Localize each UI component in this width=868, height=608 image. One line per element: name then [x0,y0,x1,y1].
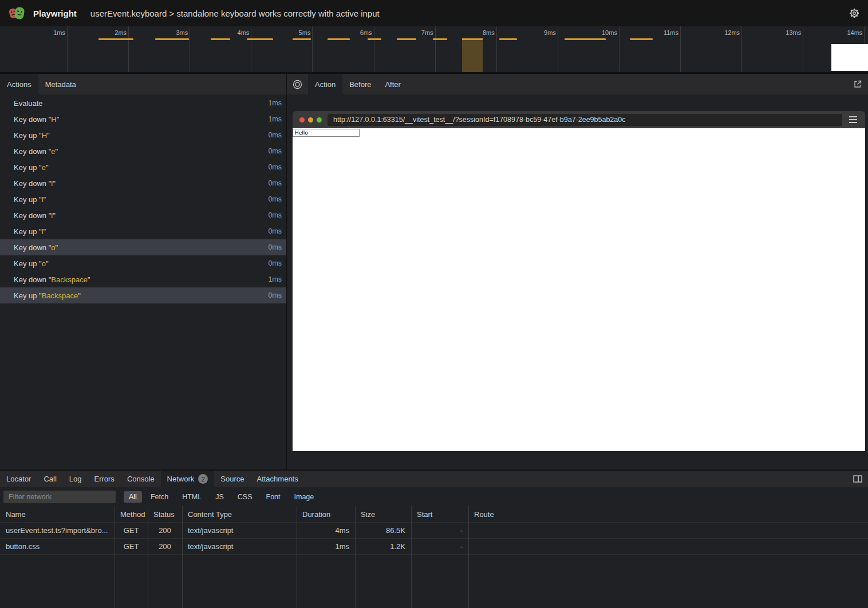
cell-content_type: text/javascript [182,526,297,535]
column-separator[interactable] [182,506,183,608]
page-text-input[interactable] [293,129,360,137]
filter-chip-js[interactable]: JS [210,491,229,503]
action-title: Key up "Backspace" [14,291,81,300]
action-row[interactable]: Key up "H"0ms [0,127,286,143]
timeline-gridline [619,26,620,72]
action-duration: 0ms [268,291,282,299]
tab-metadata[interactable]: Metadata [38,74,83,94]
filter-chip-image[interactable]: Image [289,491,319,503]
tab-source[interactable]: Source [214,471,250,487]
settings-gear-icon[interactable] [849,7,860,19]
filter-chip-font[interactable]: Font [261,491,286,503]
tab-call[interactable]: Call [37,471,62,487]
snapshot-tabstrip: ActionBeforeAfter [287,74,868,94]
tab-after[interactable]: After [378,74,407,94]
column-header-route[interactable]: Route [468,510,868,519]
snapshot-browser-window: http://127.0.0.1:63315/__vitest_test__/?… [293,111,865,451]
column-header-method[interactable]: Method [115,510,148,519]
tab-locator[interactable]: Locator [0,471,37,487]
column-header-name[interactable]: Name [0,510,115,519]
action-duration: 1ms [268,115,282,123]
cell-name: button.css [0,542,115,551]
snapshot-area: http://127.0.0.1:63315/__vitest_test__/?… [287,94,868,469]
action-row[interactable]: Key up "Backspace"0ms [0,287,286,303]
action-row[interactable]: Key up "l"0ms [0,223,286,239]
timeline-selected-range [462,38,483,72]
action-title: Key down "o" [14,243,58,252]
action-row[interactable]: Key up "l"0ms [0,191,286,207]
details-panel: LocatorCallLogErrorsConsoleNetwork2Sourc… [0,471,868,608]
pick-locator-target-icon[interactable] [287,74,308,94]
action-row[interactable]: Key down "l"0ms [0,175,286,191]
column-separator[interactable] [411,506,412,608]
tab-errors[interactable]: Errors [88,471,120,487]
timeline-action-bar [293,38,311,40]
tab-attachments[interactable]: Attachments [250,471,304,487]
action-label: Key up [14,131,37,140]
timeline-action-bar [328,38,350,40]
timeline-scrubber[interactable]: 1ms2ms3ms4ms5ms6ms7ms8ms9ms10ms11ms12ms1… [0,26,868,74]
column-separator[interactable] [297,506,297,608]
action-label: Key up [14,291,37,300]
timeline-tick-label: 6ms [338,29,372,36]
action-duration: 0ms [268,211,282,219]
filter-chip-css[interactable]: CSS [232,491,258,503]
actions-tabstrip: ActionsMetadata [0,74,286,94]
traffic-light-red-icon [299,117,305,123]
timeline-tick-label: 8ms [460,29,495,36]
action-quote: " [88,275,90,284]
timeline-tick-label: 7ms [399,29,433,36]
action-duration: 0ms [268,163,282,171]
tab-console[interactable]: Console [121,471,161,487]
action-row[interactable]: Key up "e"0ms [0,159,286,175]
action-quote: " [37,227,41,236]
address-bar[interactable]: http://127.0.0.1:63315/__vitest_test__/?… [328,114,842,126]
cell-status: 200 [148,526,182,535]
network-request-row[interactable]: userEvent.test.ts?import&bro...GET200tex… [0,523,868,539]
column-separator[interactable] [148,506,148,608]
timeline-gridline [128,26,129,72]
filter-chip-fetch[interactable]: Fetch [145,491,173,503]
column-header-content-type[interactable]: Content Type [182,510,297,519]
toggle-split-view-icon[interactable] [847,471,868,487]
tab-action[interactable]: Action [308,74,342,94]
network-filter-input[interactable] [3,491,116,503]
actions-list: Evaluate1msKey down "H"1msKey up "H"0msK… [0,94,286,469]
browser-menu-hamburger-icon[interactable] [848,114,858,125]
action-row[interactable]: Key down "H"1ms [0,111,286,127]
column-separator[interactable] [115,506,115,608]
tab-before[interactable]: Before [342,74,378,94]
action-row[interactable]: Key down "Backspace"1ms [0,271,286,287]
column-header-size[interactable]: Size [355,510,411,519]
filter-chip-all[interactable]: All [124,491,142,503]
action-duration: 0ms [268,259,282,267]
tab-actions[interactable]: Actions [0,74,38,94]
traffic-light-green-icon [317,117,322,123]
column-separator[interactable] [468,506,469,608]
timeline-action-bar [155,38,189,40]
filter-chip-html[interactable]: HTML [177,491,207,503]
action-title: Key down "H" [14,115,59,124]
cell-duration: 4ms [297,526,355,535]
action-row[interactable]: Evaluate1ms [0,95,286,111]
tab-network[interactable]: Network2 [161,471,215,487]
column-header-start[interactable]: Start [411,510,468,519]
action-quote: " [37,291,41,300]
timeline-gridline [741,26,742,72]
action-row[interactable]: Key up "o"0ms [0,255,286,271]
timeline-preview-thumbnail [831,44,868,71]
action-row[interactable]: Key down "o"0ms [0,239,286,255]
column-header-status[interactable]: Status [148,510,182,519]
column-separator[interactable] [355,506,356,608]
app-title: Playwright [33,9,77,18]
action-param: H [42,131,47,140]
action-row[interactable]: Key down "e"0ms [0,143,286,159]
traffic-lights [299,117,322,123]
network-request-row[interactable]: button.cssGET200text/javascript1ms1.2K- [0,539,868,555]
column-header-duration[interactable]: Duration [297,510,355,519]
action-label: Key up [14,259,37,268]
action-row[interactable]: Key down "l"0ms [0,207,286,223]
tab-label: Before [349,80,371,89]
tab-log[interactable]: Log [63,471,88,487]
open-snapshot-external-icon[interactable] [847,74,868,94]
